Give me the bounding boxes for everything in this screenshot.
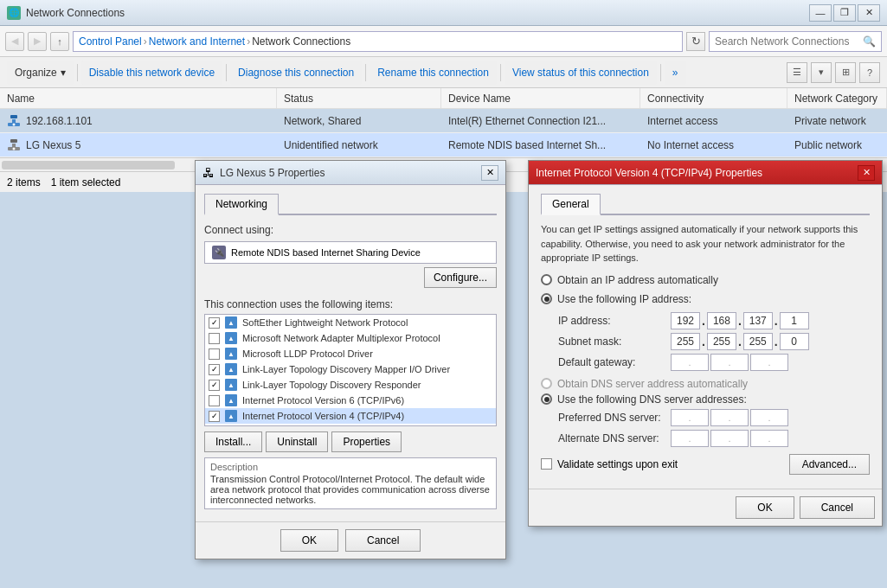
list-item[interactable]: ▲ Microsoft LLDP Protocol Driver <box>205 346 496 361</box>
tab-general[interactable]: General <box>541 194 601 215</box>
forward-button[interactable]: ▶ <box>28 32 47 51</box>
ip-octet-4[interactable] <box>780 312 809 329</box>
item-checkbox-6[interactable]: ✓ <box>209 411 220 422</box>
col-header-name[interactable]: Name <box>0 88 277 108</box>
install-button[interactable]: Install... <box>204 431 262 452</box>
subnet-octet-3[interactable] <box>743 333 773 350</box>
auto-ip-radio[interactable] <box>541 274 552 285</box>
nexus-properties-dialog: 🖧 LG Nexus 5 Properties ✕ Networking Con… <box>195 160 506 559</box>
col-header-status[interactable]: Status <box>277 88 441 108</box>
diagnose-button[interactable]: Diagnose this connection <box>230 61 362 85</box>
row-connectivity-0: Internet access <box>640 115 787 127</box>
ipv4-dialog-close[interactable]: ✕ <box>858 165 875 181</box>
alt-dns-1[interactable] <box>671 430 709 447</box>
ip-octet-2[interactable] <box>707 312 736 329</box>
gateway-octet-2[interactable] <box>710 354 749 371</box>
item-checkbox-5[interactable] <box>209 395 220 406</box>
configure-button[interactable]: Configure... <box>424 267 497 288</box>
restore-button[interactable]: ❐ <box>833 4 856 22</box>
ipv4-ok-button[interactable]: OK <box>736 496 794 519</box>
table-row[interactable]: LG Nexus 5 Unidentified network Remote N… <box>0 133 887 157</box>
rename-button[interactable]: Rename this connection <box>370 61 497 85</box>
item-checkbox-1[interactable] <box>209 333 220 344</box>
items-label: This connection uses the following items… <box>204 298 497 310</box>
item-checkbox-3[interactable]: ✓ <box>209 364 220 375</box>
pref-dns-2[interactable] <box>710 409 749 426</box>
pref-dns-input[interactable] <box>671 409 788 426</box>
minimize-button[interactable]: — <box>809 4 832 22</box>
gateway-octet-1[interactable] <box>671 354 709 371</box>
address-path[interactable]: Control Panel › Network and Internet › N… <box>73 31 683 52</box>
list-item[interactable]: ▲ Internet Protocol Version 6 (TCP/IPv6) <box>205 393 496 408</box>
table-row[interactable]: 192.168.1.101 Network, Shared Intel(R) E… <box>0 109 887 133</box>
adapter-icon: 🔌 <box>212 246 226 259</box>
nexus-ok-button[interactable]: OK <box>280 529 338 552</box>
ip-address-input[interactable]: . . . <box>671 312 809 329</box>
ip-fields: IP address: . . . Subnet mask: <box>558 312 870 371</box>
list-item[interactable]: ▲ Microsoft Network Adapter Multiplexor … <box>205 330 496 346</box>
list-item[interactable]: ✓ ▲ SoftEther Lightweight Network Protoc… <box>205 315 496 330</box>
view-dropdown-button[interactable]: ▾ <box>811 62 832 83</box>
alt-dns-2[interactable] <box>710 430 749 447</box>
auto-dns-label: Obtain DNS server address automatically <box>557 378 748 390</box>
ipv4-properties-dialog: Internet Protocol Version 4 (TCP/IPv4) P… <box>528 160 883 527</box>
search-box[interactable]: 🔍 <box>709 31 882 52</box>
view-details-button[interactable]: ☰ <box>787 62 807 83</box>
properties-button[interactable]: Properties <box>331 431 402 452</box>
subnet-octet-1[interactable] <box>671 333 700 350</box>
search-input[interactable] <box>715 35 859 48</box>
list-item[interactable]: ✓ ▲ Link-Layer Topology Discovery Respon… <box>205 377 496 393</box>
help-button[interactable]: ? <box>859 62 880 83</box>
manual-ip-radio-row[interactable]: Use the following IP address: <box>541 293 870 305</box>
list-item[interactable]: ✓ ▲ Internet Protocol Version 4 (TCP/IPv… <box>205 408 496 424</box>
uninstall-button[interactable]: Uninstall <box>266 431 328 452</box>
view-large-button[interactable]: ⊞ <box>835 62 856 83</box>
tab-networking[interactable]: Networking <box>204 194 279 215</box>
list-item[interactable]: ✓ ▲ Link-Layer Topology Discovery Mapper… <box>205 361 496 377</box>
auto-dns-radio[interactable] <box>541 378 552 389</box>
alt-dns-3[interactable] <box>750 430 788 447</box>
more-button[interactable]: » <box>665 61 686 85</box>
auto-dns-radio-row[interactable]: Obtain DNS server address automatically <box>541 378 870 390</box>
refresh-button[interactable]: ↻ <box>686 32 705 51</box>
ipv4-cancel-button[interactable]: Cancel <box>800 496 875 519</box>
path-link-network[interactable]: Network and Internet <box>149 35 245 48</box>
organize-button[interactable]: Organize ▾ <box>7 61 74 85</box>
col-header-device[interactable]: Device Name <box>441 88 640 108</box>
back-button[interactable]: ◀ <box>5 32 24 51</box>
gateway-input[interactable] <box>671 354 788 371</box>
subnet-octet-4[interactable] <box>780 333 809 350</box>
validate-checkbox[interactable] <box>541 458 552 470</box>
ip-octet-3[interactable] <box>743 312 773 329</box>
manual-ip-radio[interactable] <box>541 293 552 304</box>
window-controls: — ❐ ✕ <box>809 4 880 22</box>
item-checkbox-0[interactable]: ✓ <box>209 317 220 329</box>
nexus-dialog-footer: OK Cancel <box>196 521 505 559</box>
advanced-button[interactable]: Advanced... <box>789 454 870 475</box>
viewstatus-button[interactable]: View status of this connection <box>505 61 657 85</box>
nexus-cancel-button[interactable]: Cancel <box>345 529 421 552</box>
window-title: Network Connections <box>26 7 125 19</box>
auto-ip-radio-row[interactable]: Obtain an IP address automatically <box>541 274 870 286</box>
item-checkbox-2[interactable] <box>209 348 220 360</box>
gateway-octet-3[interactable] <box>750 354 788 371</box>
pref-dns-3[interactable] <box>750 409 788 426</box>
up-button[interactable]: ↑ <box>50 32 69 51</box>
pref-dns-1[interactable] <box>671 409 709 426</box>
col-header-connectivity[interactable]: Connectivity <box>640 88 787 108</box>
svg-rect-1 <box>12 119 16 124</box>
subnet-octet-2[interactable] <box>707 333 736 350</box>
manual-dns-radio-row[interactable]: Use the following DNS server addresses: <box>541 393 870 406</box>
manual-dns-radio[interactable] <box>541 393 552 405</box>
ip-octet-1[interactable] <box>671 312 700 329</box>
nexus-dialog-close[interactable]: ✕ <box>481 165 498 181</box>
close-button[interactable]: ✕ <box>858 4 880 22</box>
alt-dns-input[interactable] <box>671 430 788 447</box>
dns-fields: Preferred DNS server: Alternate DNS serv… <box>558 409 870 447</box>
scroll-thumb[interactable] <box>2 161 175 169</box>
item-checkbox-4[interactable]: ✓ <box>209 380 220 391</box>
col-header-network-category[interactable]: Network Category <box>787 88 887 108</box>
subnet-mask-input[interactable]: . . . <box>671 333 809 350</box>
path-link-control-panel[interactable]: Control Panel <box>79 35 142 48</box>
disable-button[interactable]: Disable this network device <box>81 61 222 85</box>
